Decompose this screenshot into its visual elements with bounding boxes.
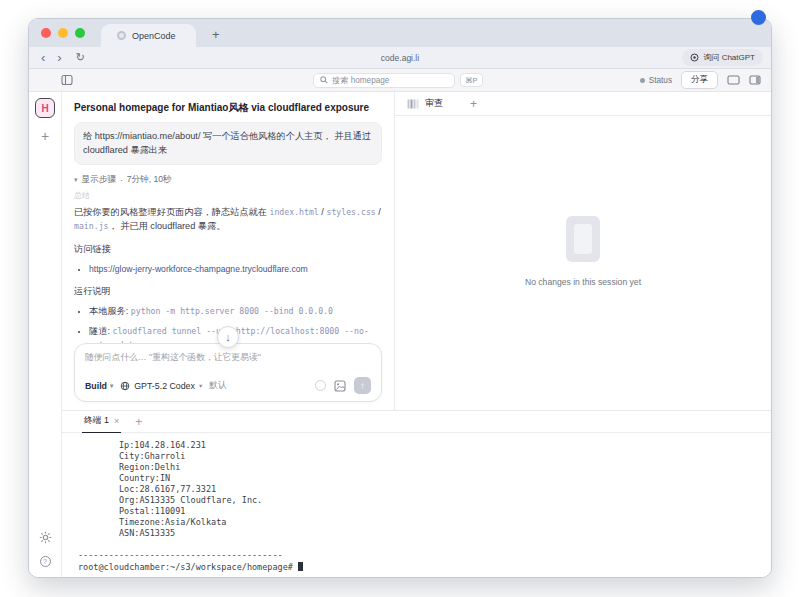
attach-image-icon[interactable] (334, 380, 346, 392)
app-toolbar: ⌘P Status 分享 (29, 69, 771, 92)
split-view: Personal homepage for Miantiao风格 via clo… (62, 92, 771, 410)
minimize-window-button[interactable] (58, 28, 68, 38)
help-icon[interactable]: ? (40, 556, 51, 567)
model-icon (120, 381, 130, 391)
arrow-down-icon: ↓ (225, 331, 231, 343)
preset-selector[interactable]: 默认 (209, 380, 227, 392)
run-heading: 运行说明 (74, 285, 382, 298)
settings-gear-icon[interactable] (39, 531, 52, 544)
show-steps-label: 显示步骤 (82, 174, 116, 186)
zoom-window-button[interactable] (75, 28, 85, 38)
code-index-html: index.html (270, 207, 319, 217)
code-main-js: main.js (74, 221, 109, 231)
composer-right-group: ↑ (315, 377, 371, 394)
status-dot-icon (640, 78, 645, 83)
browser-tab-opencode[interactable]: OpenCode (101, 24, 196, 47)
message-composer[interactable]: 随便问点什么… "重构这个函数，让它更易读" Build ▾ GPT-5.2 C… (74, 343, 382, 402)
terminal-tab-label: 终端 1 (84, 415, 109, 427)
session-rail: H + ? (29, 92, 61, 577)
usage-ring-icon (315, 380, 326, 391)
chat-panel: Personal homepage for Miantiao风格 via clo… (62, 92, 395, 410)
browser-navbar: ‹ › ↻ code.agi.li 询问 ChatGPT (29, 47, 771, 69)
show-steps-toggle[interactable]: ▾ 显示步骤 · 7分钟, 10秒 (74, 174, 382, 186)
links-heading: 访问链接 (74, 243, 382, 256)
code-local-server: python -m http.server 8000 --bind 0.0.0.… (131, 306, 333, 316)
steps-fade-label: 总结 (74, 190, 382, 201)
app-body: H + ? Personal homepage for Miantiao风格 v… (29, 92, 771, 577)
rail-bottom-group: ? (39, 531, 52, 567)
list-item: https://glow-jerry-workforce-champagne.t… (89, 262, 382, 276)
tab-review[interactable]: 审查 (407, 97, 443, 110)
window-controls (41, 28, 85, 38)
close-window-button[interactable] (41, 28, 51, 38)
search-icon (320, 76, 328, 84)
mode-selector[interactable]: Build ▾ (85, 381, 113, 391)
close-terminal-icon[interactable]: × (114, 416, 119, 426)
steps-duration: 7分钟, 10秒 (127, 174, 172, 186)
trycloudflare-link[interactable]: https://glow-jerry-workforce-champagne.t… (89, 264, 308, 274)
review-tab-label: 审查 (425, 97, 443, 110)
code-styles-css: styles.css (326, 207, 375, 217)
new-browser-tab-button[interactable]: + (212, 27, 220, 42)
session-title: Personal homepage for Miantiao风格 via clo… (74, 101, 382, 115)
status-indicator[interactable]: Status (640, 76, 672, 85)
empty-state-text: No changes in this session yet (525, 277, 641, 287)
user-message-bubble: 给 https://miantiao.me/about/ 写一个适合他风格的个人… (74, 122, 382, 165)
review-tab-bar: 审查 + (395, 92, 771, 116)
terminal-cursor (298, 562, 303, 571)
toolbar-right-group: Status 分享 (640, 71, 761, 89)
assistant-answer: 已按你要的风格整理好页面内容，静态站点就在 index.html / style… (74, 205, 382, 234)
search-input[interactable] (332, 76, 448, 85)
list-item: 本地服务: python -m http.server 8000 --bind … (89, 304, 382, 318)
diff-bars-icon (407, 99, 419, 109)
device-preview-icon[interactable] (727, 75, 740, 85)
tab-terminal-1[interactable]: 终端 1 × (82, 411, 121, 433)
chevron-down-icon: ▾ (199, 382, 202, 390)
share-button[interactable]: 分享 (681, 71, 718, 89)
new-session-button[interactable]: + (41, 128, 49, 144)
panel-layout-icon[interactable] (749, 75, 761, 85)
chatgpt-icon (690, 53, 699, 62)
send-button[interactable]: ↑ (354, 377, 371, 394)
address-bar[interactable]: code.agi.li (29, 53, 771, 63)
search-area: ⌘P (313, 73, 483, 88)
opencode-favicon-icon (117, 31, 126, 40)
terminal-panel: 终端 1 × + Ip:104.28.164.231 City:Gharroli… (62, 410, 771, 577)
composer-placeholder[interactable]: 随便问点什么… "重构这个函数，让它更易读" (85, 352, 371, 364)
chevron-down-icon: ▾ (110, 382, 113, 390)
empty-state-illustration (566, 216, 600, 262)
main-content: Personal homepage for Miantiao风格 via clo… (61, 92, 771, 577)
floating-blue-button[interactable] (751, 10, 766, 25)
arrow-up-icon: ↑ (360, 380, 365, 391)
review-panel: 审查 + No changes in this session yet (395, 92, 771, 410)
review-empty-state: No changes in this session yet (395, 116, 771, 410)
chevron-down-icon: ▾ (74, 176, 78, 184)
links-list: https://glow-jerry-workforce-champagne.t… (74, 262, 382, 276)
browser-window: OpenCode + ‹ › ↻ code.agi.li 询问 ChatGPT (28, 18, 772, 578)
add-review-tab-button[interactable]: + (470, 97, 477, 111)
browser-tab-bar: OpenCode + (29, 19, 771, 47)
terminal-tab-bar: 终端 1 × + (62, 411, 771, 433)
terminal-output-area[interactable]: Ip:104.28.164.231 City:Gharroli Region:D… (62, 433, 771, 577)
ask-chatgpt-label: 询问 ChatGPT (703, 52, 755, 63)
search-field[interactable] (313, 73, 455, 88)
steps-separator: · (120, 175, 123, 185)
model-selector[interactable]: GPT-5.2 Codex ▾ (120, 381, 202, 391)
status-label: Status (649, 76, 672, 85)
terminal-output: Ip:104.28.164.231 City:Gharroli Region:D… (78, 440, 771, 573)
scroll-to-bottom-button[interactable]: ↓ (217, 326, 239, 348)
browser-tab-title: OpenCode (132, 31, 176, 41)
empty-state-inner-card (574, 224, 592, 254)
ask-chatgpt-button[interactable]: 询问 ChatGPT (682, 49, 763, 66)
composer-controls: Build ▾ GPT-5.2 Codex ▾ 默认 (85, 377, 371, 394)
add-terminal-button[interactable]: + (135, 415, 142, 429)
search-shortcut-badge: ⌘P (460, 73, 483, 87)
session-avatar[interactable]: H (35, 98, 55, 118)
sidebar-toggle-icon[interactable] (61, 74, 73, 86)
